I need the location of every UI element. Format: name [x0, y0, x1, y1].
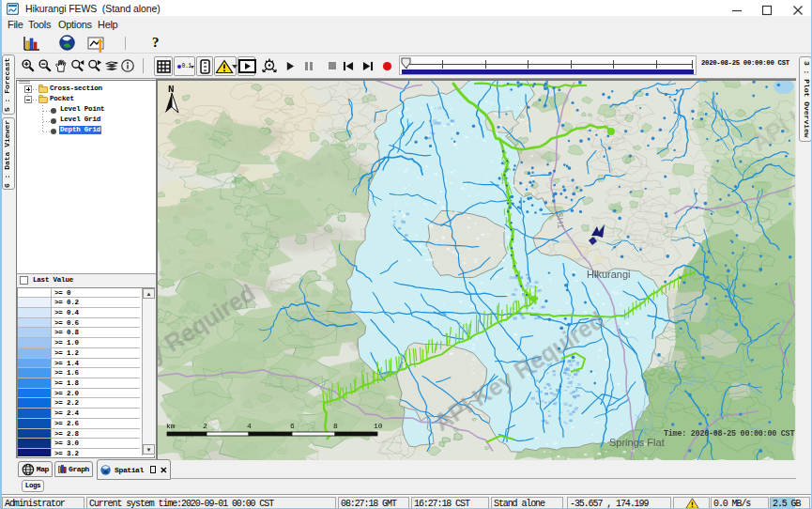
svg-text:Springs Flat: Springs Flat [609, 437, 665, 448]
svg-text:6: 6 [290, 422, 295, 430]
svg-text:km: km [166, 422, 176, 430]
svg-text:Time: 2020-08-25 00:00:00 CST: Time: 2020-08-25 00:00:00 CST [664, 429, 794, 439]
svg-text:4: 4 [247, 422, 252, 430]
svg-text:SH1: SH1 [555, 211, 565, 228]
svg-text:8: 8 [333, 422, 338, 430]
svg-text:Hikurangi: Hikurangi [587, 269, 630, 280]
svg-text:2: 2 [203, 422, 207, 430]
svg-text:N: N [168, 84, 175, 95]
svg-text:10: 10 [374, 422, 383, 430]
